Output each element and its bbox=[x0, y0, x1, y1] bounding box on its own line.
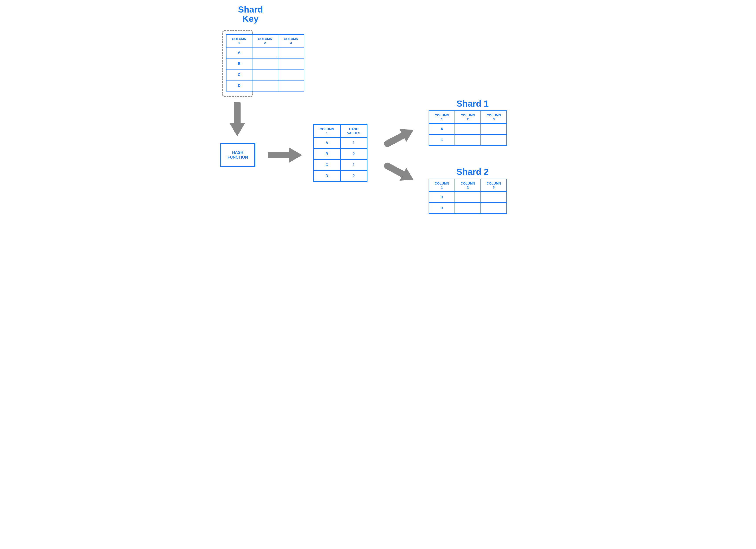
arrow-down-icon bbox=[228, 102, 246, 137]
label: 1 bbox=[326, 131, 328, 135]
label: COLUMN bbox=[487, 181, 501, 185]
source-th-col3: COLUMN3 bbox=[278, 35, 304, 47]
label: 3 bbox=[493, 117, 495, 121]
cell bbox=[481, 203, 507, 214]
cell bbox=[278, 58, 304, 69]
cell bbox=[455, 192, 481, 203]
shard1-th-col3: COLUMN3 bbox=[481, 111, 507, 124]
cell bbox=[252, 69, 278, 80]
shard2-title: Shard 2 bbox=[444, 167, 501, 176]
label: 1 bbox=[238, 41, 240, 45]
cell bbox=[455, 124, 481, 135]
shard1-r2c1: C bbox=[429, 135, 455, 146]
label: COLUMN bbox=[258, 37, 272, 41]
hash-r3c2: 1 bbox=[340, 159, 367, 170]
shard1-th-col1: COLUMN1 bbox=[429, 111, 455, 124]
hash-r4c1: D bbox=[314, 170, 340, 181]
shard2-r2c1: D bbox=[429, 203, 455, 214]
shard-key-title: Shard Key bbox=[226, 5, 275, 23]
shard1-r1c1: A bbox=[429, 124, 455, 135]
source-table: COLUMN1 COLUMN2 COLUMN3 A B C D bbox=[226, 34, 304, 91]
label: VALUES bbox=[347, 131, 360, 135]
source-th-col2: COLUMN2 bbox=[252, 35, 278, 47]
label: 1 bbox=[441, 185, 443, 189]
hash-function-line2: FUNCTION bbox=[228, 155, 248, 159]
source-r2c1: B bbox=[226, 58, 252, 69]
label: 1 bbox=[441, 117, 443, 121]
hash-th-col2: HASHVALUES bbox=[340, 125, 367, 137]
label: COLUMN bbox=[461, 181, 475, 185]
source-r3c1: C bbox=[226, 69, 252, 80]
cell bbox=[252, 58, 278, 69]
hash-r3c1: C bbox=[314, 159, 340, 170]
label: 3 bbox=[290, 41, 292, 45]
shard1-title: Shard 1 bbox=[444, 99, 501, 108]
shard2-th-col1: COLUMN1 bbox=[429, 179, 455, 192]
label: COLUMN bbox=[435, 181, 449, 185]
label: COLUMN bbox=[487, 113, 501, 117]
label: COLUMN bbox=[232, 37, 247, 41]
hash-function-box: HASH FUNCTION bbox=[220, 143, 255, 167]
hash-r2c2: 2 bbox=[340, 148, 367, 159]
label: COLUMN bbox=[435, 113, 449, 117]
arrow-up-right-icon bbox=[382, 125, 418, 149]
hash-function-line1: HASH bbox=[232, 150, 243, 155]
source-r1c1: A bbox=[226, 47, 252, 58]
label: COLUMN bbox=[461, 113, 475, 117]
cell bbox=[455, 203, 481, 214]
arrow-down-right-icon bbox=[382, 161, 418, 185]
shard2-th-col3: COLUMN3 bbox=[481, 179, 507, 192]
label: 2 bbox=[467, 185, 469, 189]
source-r4c1: D bbox=[226, 80, 252, 91]
label: 2 bbox=[264, 41, 266, 45]
cell bbox=[481, 135, 507, 146]
sharding-diagram: Shard Key COLUMN1 COLUMN2 COLUMN3 A B C … bbox=[206, 0, 550, 249]
label: 2 bbox=[467, 117, 469, 121]
shard2-table: COLUMN1 COLUMN2 COLUMN3 B D bbox=[429, 179, 507, 214]
cell bbox=[278, 47, 304, 58]
label: COLUMN bbox=[320, 127, 334, 131]
cell bbox=[252, 47, 278, 58]
shard1-table: COLUMN1 COLUMN2 COLUMN3 A C bbox=[429, 110, 507, 146]
shard2-r1c1: B bbox=[429, 192, 455, 203]
cell bbox=[481, 124, 507, 135]
hash-table: COLUMN1 HASHVALUES A1 B2 C1 D2 bbox=[313, 124, 367, 182]
cell bbox=[481, 192, 507, 203]
shard2-th-col2: COLUMN2 bbox=[455, 179, 481, 192]
hash-r1c1: A bbox=[314, 137, 340, 148]
label: 3 bbox=[493, 185, 495, 189]
arrow-right-icon bbox=[268, 146, 303, 164]
hash-r2c1: B bbox=[314, 148, 340, 159]
hash-r1c2: 1 bbox=[340, 137, 367, 148]
cell bbox=[278, 69, 304, 80]
shard-key-title-line2: Key bbox=[242, 14, 258, 24]
source-th-col1: COLUMN1 bbox=[226, 35, 252, 47]
label: HASH bbox=[349, 127, 358, 131]
label: COLUMN bbox=[284, 37, 298, 41]
hash-r4c2: 2 bbox=[340, 170, 367, 181]
cell bbox=[252, 80, 278, 91]
shard-key-title-line1: Shard bbox=[238, 5, 263, 14]
hash-th-col1: COLUMN1 bbox=[314, 125, 340, 137]
cell bbox=[455, 135, 481, 146]
cell bbox=[278, 80, 304, 91]
shard1-th-col2: COLUMN2 bbox=[455, 111, 481, 124]
